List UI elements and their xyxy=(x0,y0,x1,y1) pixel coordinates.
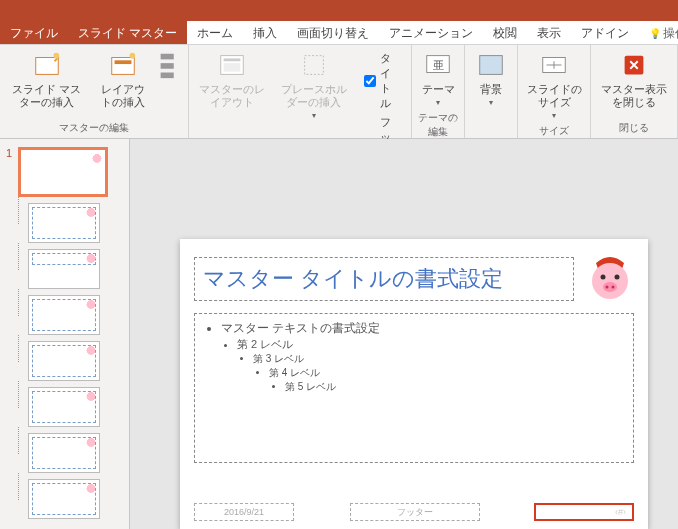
body-placeholder[interactable]: マスター テキストの書式設定 第 2 レベル 第 3 レベル 第 4 レベル 第… xyxy=(194,313,634,463)
bullet-4: 第 4 レベル xyxy=(269,366,623,380)
layout-thumbnail[interactable] xyxy=(28,387,100,427)
layout-thumbnail[interactable] xyxy=(28,249,100,289)
date-placeholder[interactable]: 2016/9/21 xyxy=(194,503,294,521)
svg-point-18 xyxy=(592,263,628,299)
tab-home[interactable]: ホーム xyxy=(187,21,243,44)
layout-thumbnail[interactable] xyxy=(28,295,100,335)
close-master-button[interactable]: マスター表示を閉じる xyxy=(595,47,673,111)
themes-button[interactable]: 亜 テーマ ▾ xyxy=(416,47,460,109)
btn-label: マスターのレイアウト xyxy=(197,83,266,109)
master-thumbnail[interactable] xyxy=(18,147,108,197)
layout-thumbnail[interactable] xyxy=(28,203,100,243)
layout-thumbnail[interactable] xyxy=(28,433,100,473)
workspace: 1 マスター タイトルの書式設定 マスター テキストの書式設定 第 2 レベル … xyxy=(0,139,678,529)
pig-image xyxy=(586,253,634,301)
edit-icons xyxy=(154,49,186,81)
svg-rect-4 xyxy=(114,60,131,64)
group-label: マスターの編集 xyxy=(4,119,184,138)
btn-label: プレースホルダーの挿入 xyxy=(276,83,352,109)
tab-file[interactable]: ファイル xyxy=(0,21,68,44)
chevron-down-icon: ▾ xyxy=(436,98,440,107)
svg-rect-7 xyxy=(161,63,174,69)
group-theme: 亜 テーマ ▾ テーマの編集 xyxy=(412,45,465,138)
themes-icon: 亜 xyxy=(422,49,454,81)
group-edit-master: スライド マスターの挿入 レイアウトの挿入 マスターの編集 xyxy=(0,45,189,138)
pig-icon xyxy=(86,483,96,493)
tab-insert[interactable]: 挿入 xyxy=(243,21,287,44)
svg-point-23 xyxy=(612,286,615,289)
delete-rename-preserve[interactable] xyxy=(156,47,184,83)
tab-tell-me[interactable]: 操作アシス xyxy=(639,21,678,44)
tab-addin[interactable]: アドイン xyxy=(571,21,639,44)
insert-placeholder-button[interactable]: プレースホルダーの挿入 ▾ xyxy=(272,47,356,122)
svg-rect-12 xyxy=(304,56,323,75)
svg-point-20 xyxy=(615,275,620,280)
slide-number-placeholder[interactable]: ‹#› xyxy=(534,503,634,521)
pig-icon xyxy=(86,437,96,447)
svg-point-19 xyxy=(601,275,606,280)
layout-thumbnail[interactable] xyxy=(28,479,100,519)
svg-point-2 xyxy=(53,53,59,59)
group-label: テーマの編集 xyxy=(416,109,460,142)
tab-slide-master[interactable]: スライド マスター xyxy=(68,21,187,44)
background-icon xyxy=(475,49,507,81)
master-number: 1 xyxy=(6,147,14,197)
slide-canvas[interactable]: マスター タイトルの書式設定 マスター テキストの書式設定 第 2 レベル 第 … xyxy=(180,239,648,529)
ribbon-tabs: ファイル スライド マスター ホーム 挿入 画面切り替え アニメーション 校閲 … xyxy=(0,21,678,45)
svg-point-22 xyxy=(606,286,609,289)
title-placeholder[interactable]: マスター タイトルの書式設定 xyxy=(194,257,574,301)
chevron-down-icon: ▾ xyxy=(489,98,493,107)
footer-placeholder[interactable]: フッター xyxy=(350,503,480,521)
svg-rect-8 xyxy=(161,73,174,79)
svg-rect-10 xyxy=(223,58,240,61)
bullet-1: マスター テキストの書式設定 xyxy=(221,320,623,337)
pig-icon xyxy=(86,391,96,401)
svg-point-21 xyxy=(603,282,617,292)
placeholder-icon xyxy=(298,49,330,81)
slide-master-icon xyxy=(31,49,63,81)
insert-layout-button[interactable]: レイアウトの挿入 xyxy=(91,47,154,111)
master-layout-icon xyxy=(216,49,248,81)
slide-size-icon xyxy=(538,49,570,81)
svg-rect-3 xyxy=(112,58,135,75)
svg-point-5 xyxy=(129,53,135,59)
tab-view[interactable]: 表示 xyxy=(527,21,571,44)
tab-transition[interactable]: 画面切り替え xyxy=(287,21,379,44)
thumbnail-pane[interactable]: 1 xyxy=(0,139,130,529)
slide-editor[interactable]: マスター タイトルの書式設定 マスター テキストの書式設定 第 2 レベル 第 … xyxy=(130,139,678,529)
layout-thumbnail[interactable] xyxy=(28,341,100,381)
pig-icon xyxy=(86,253,96,263)
pig-icon xyxy=(86,207,96,217)
bullet-5: 第 5 レベル xyxy=(285,380,623,394)
title-checkbox[interactable]: タイトル xyxy=(364,51,402,111)
ribbon: スライド マスターの挿入 レイアウトの挿入 マスターの編集 マスターのレイアウト… xyxy=(0,45,678,139)
close-icon xyxy=(618,49,650,81)
slide-size-button[interactable]: スライドのサイズ ▾ xyxy=(522,47,586,122)
pig-icon xyxy=(86,299,96,309)
group-background: 背景 ▾ xyxy=(465,45,518,138)
title-bar xyxy=(0,0,678,21)
master-layout-button[interactable]: マスターのレイアウト xyxy=(193,47,270,111)
btn-label: マスター表示を閉じる xyxy=(599,83,669,109)
btn-label: 背景 xyxy=(480,83,502,96)
background-button[interactable]: 背景 ▾ xyxy=(469,47,513,109)
svg-rect-15 xyxy=(480,56,503,75)
pig-icon xyxy=(92,153,102,163)
group-label xyxy=(469,122,513,138)
chk-label: タイトル xyxy=(380,51,402,111)
btn-label: レイアウトの挿入 xyxy=(95,83,150,109)
pig-icon xyxy=(86,345,96,355)
group-close: マスター表示を閉じる 閉じる xyxy=(591,45,678,138)
group-label: 閉じる xyxy=(595,119,673,138)
group-size: スライドのサイズ ▾ サイズ xyxy=(518,45,591,138)
svg-rect-11 xyxy=(223,63,240,71)
chevron-down-icon: ▾ xyxy=(312,111,316,120)
tab-review[interactable]: 校閲 xyxy=(483,21,527,44)
chevron-down-icon: ▾ xyxy=(552,111,556,120)
insert-slide-master-button[interactable]: スライド マスターの挿入 xyxy=(4,47,89,111)
tab-animation[interactable]: アニメーション xyxy=(379,21,483,44)
group-master-layout: マスターのレイアウト プレースホルダーの挿入 ▾ タイトル フッター マスター … xyxy=(189,45,412,138)
svg-text:亜: 亜 xyxy=(433,59,444,71)
layout-icon xyxy=(107,49,139,81)
bullet-2: 第 2 レベル xyxy=(237,337,623,352)
